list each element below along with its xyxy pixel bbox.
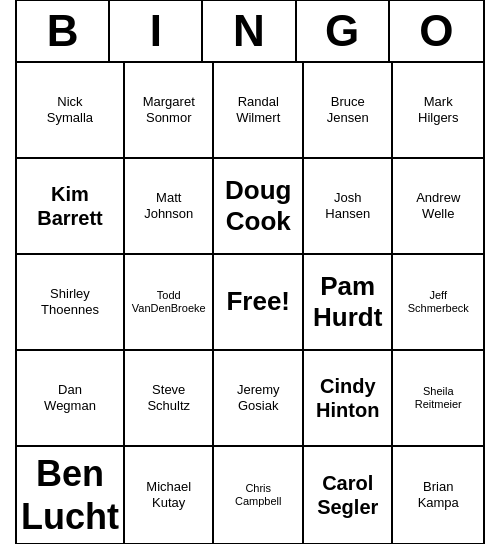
cell-text-11: ToddVanDenBroeke — [132, 289, 206, 315]
cell-text-13: PamHurdt — [313, 271, 382, 333]
bingo-cell-22: ChrisCampbell — [214, 447, 304, 543]
cell-text-7: DougCook — [225, 175, 291, 237]
cell-text-9: AndrewWelle — [416, 190, 460, 221]
cell-text-0: NickSymalla — [47, 94, 93, 125]
bingo-cell-5: KimBarrett — [17, 159, 125, 255]
bingo-cell-20: BenLucht — [17, 447, 125, 543]
header-letter-n: N — [203, 1, 296, 61]
bingo-cell-19: SheilaReitmeier — [393, 351, 483, 447]
bingo-cell-14: JeffSchmerbeck — [393, 255, 483, 351]
cell-text-20: BenLucht — [21, 452, 119, 538]
bingo-cell-16: SteveSchultz — [125, 351, 215, 447]
bingo-cell-13: PamHurdt — [304, 255, 394, 351]
cell-text-15: DanWegman — [44, 382, 96, 413]
cell-text-10: ShirleyThoennes — [41, 286, 99, 317]
bingo-cell-0: NickSymalla — [17, 63, 125, 159]
bingo-cell-6: MattJohnson — [125, 159, 215, 255]
cell-text-1: MargaretSonmor — [143, 94, 195, 125]
bingo-cell-15: DanWegman — [17, 351, 125, 447]
cell-text-5: KimBarrett — [37, 182, 103, 230]
cell-text-16: SteveSchultz — [147, 382, 190, 413]
bingo-cell-11: ToddVanDenBroeke — [125, 255, 215, 351]
bingo-cell-1: MargaretSonmor — [125, 63, 215, 159]
cell-text-14: JeffSchmerbeck — [408, 289, 469, 315]
bingo-cell-24: BrianKampa — [393, 447, 483, 543]
bingo-cell-2: RandalWilmert — [214, 63, 304, 159]
bingo-header: BINGO — [17, 1, 483, 63]
cell-text-23: CarolSegler — [317, 471, 378, 519]
bingo-grid: NickSymallaMargaretSonmorRandalWilmertBr… — [17, 63, 483, 543]
cell-text-22: ChrisCampbell — [235, 482, 281, 508]
header-letter-o: O — [390, 1, 483, 61]
cell-text-19: SheilaReitmeier — [415, 385, 462, 411]
cell-text-24: BrianKampa — [418, 479, 459, 510]
bingo-cell-3: BruceJensen — [304, 63, 394, 159]
cell-text-8: JoshHansen — [325, 190, 370, 221]
bingo-cell-8: JoshHansen — [304, 159, 394, 255]
bingo-cell-17: JeremyGosiak — [214, 351, 304, 447]
bingo-cell-18: CindyHinton — [304, 351, 394, 447]
cell-text-3: BruceJensen — [327, 94, 369, 125]
bingo-cell-21: MichaelKutay — [125, 447, 215, 543]
cell-text-2: RandalWilmert — [236, 94, 280, 125]
cell-text-21: MichaelKutay — [146, 479, 191, 510]
bingo-cell-23: CarolSegler — [304, 447, 394, 543]
bingo-cell-9: AndrewWelle — [393, 159, 483, 255]
bingo-cell-7: DougCook — [214, 159, 304, 255]
header-letter-b: B — [17, 1, 110, 61]
header-letter-g: G — [297, 1, 390, 61]
bingo-card: BINGO NickSymallaMargaretSonmorRandalWil… — [15, 0, 485, 544]
header-letter-i: I — [110, 1, 203, 61]
cell-text-18: CindyHinton — [316, 374, 379, 422]
bingo-cell-12: Free! — [214, 255, 304, 351]
cell-text-4: MarkHilgers — [418, 94, 458, 125]
cell-text-6: MattJohnson — [144, 190, 193, 221]
cell-text-17: JeremyGosiak — [237, 382, 280, 413]
bingo-cell-10: ShirleyThoennes — [17, 255, 125, 351]
cell-text-12: Free! — [226, 286, 290, 317]
bingo-cell-4: MarkHilgers — [393, 63, 483, 159]
